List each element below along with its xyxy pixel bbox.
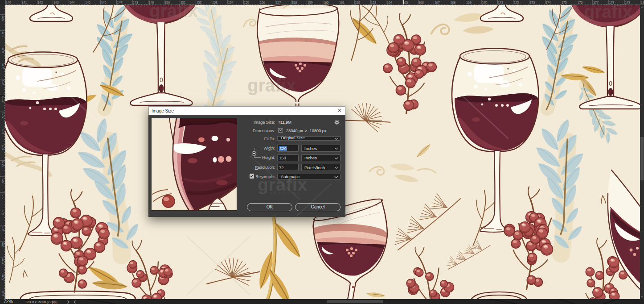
svg-text:grafix: grafix — [149, 5, 198, 21]
svg-text:grafix: grafix — [584, 5, 632, 21]
svg-text:grafix: grafix — [247, 75, 296, 95]
